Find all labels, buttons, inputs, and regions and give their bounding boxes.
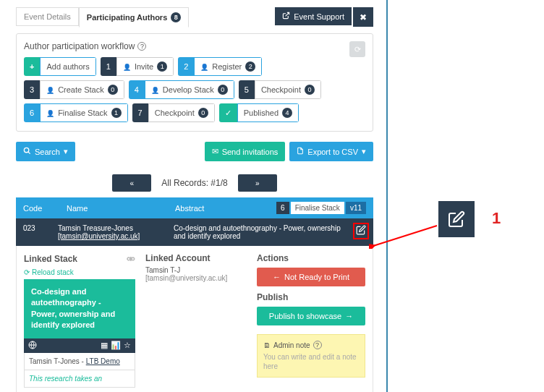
note-icon: 🗎 xyxy=(263,341,271,349)
svg-point-1 xyxy=(24,148,28,152)
workflow-panel: ⟳ Author participation workflow ? + Add … xyxy=(16,33,373,132)
user-icon xyxy=(46,109,54,117)
svg-line-0 xyxy=(286,12,289,16)
workflow-published[interactable]: ✓ Published4 xyxy=(219,103,299,122)
admin-note-label: Admin note xyxy=(273,341,310,349)
linked-account-name: Tamsin T-J xyxy=(145,266,247,274)
help-icon[interactable]: ? xyxy=(137,42,146,51)
globe-icon xyxy=(28,341,37,351)
tab-event-details[interactable]: Event Details xyxy=(16,7,79,26)
workflow-step-finalise-stack[interactable]: 6 Finalise Stack1 xyxy=(24,103,128,122)
stage-indicator: 6 Finalise Stack v11 xyxy=(276,202,366,214)
mail-icon: ✉ xyxy=(212,147,218,156)
send-invitations-button[interactable]: ✉ Send invitations xyxy=(205,142,286,161)
search-button[interactable]: Search ▾ xyxy=(16,142,75,161)
col-abstract: Abstract xyxy=(175,204,276,213)
linked-account-email: [tamsin@university.ac.uk] xyxy=(145,274,247,282)
cell-abstract: Co-design and autoethnography - Power, o… xyxy=(174,224,366,240)
col-name: Name xyxy=(67,204,175,213)
help-icon[interactable]: ? xyxy=(313,341,322,349)
workflow-step-register[interactable]: 2 Register2 xyxy=(178,57,262,76)
stack-description: This research takes an xyxy=(24,370,135,388)
star-icon[interactable]: ☆ xyxy=(124,341,131,350)
actions-heading: Actions xyxy=(257,253,365,263)
chevron-left-icon: « xyxy=(130,179,135,187)
right-border xyxy=(386,0,388,392)
admin-note-placeholder: You can write and edit a note here xyxy=(263,352,359,371)
tab-label: Participating Authors xyxy=(87,13,167,22)
qr-icon[interactable]: ▦ xyxy=(101,341,108,350)
edit-highlight-box xyxy=(353,223,369,239)
tab-participating-authors[interactable]: Participating Authors 8 xyxy=(79,7,189,27)
file-icon xyxy=(297,147,304,156)
stack-footer: ▦ 📊 ☆ xyxy=(24,338,135,353)
refresh-workflow-button[interactable]: ⟳ xyxy=(349,41,365,57)
annotation-edit-icon xyxy=(438,201,475,237)
workflow-step-develop-stack[interactable]: 4 Develop Stack0 xyxy=(129,80,234,99)
publish-showcase-button[interactable]: Publish to showcase → xyxy=(257,307,365,325)
stats-icon[interactable]: 📊 xyxy=(111,341,121,350)
svg-line-2 xyxy=(28,152,30,154)
table-row: 023 Tamsin Treasure-Jones [tamsin@univer… xyxy=(16,218,373,246)
reload-stack-button[interactable]: ⟳ Reload stack xyxy=(24,268,74,276)
workflow-step-invite[interactable]: 1 Invite1 xyxy=(101,57,174,76)
admin-note-box[interactable]: 🗎 Admin note ? You can write and edit a … xyxy=(257,334,365,378)
workflow-step-checkpoint-2[interactable]: 7 Checkpoint0 xyxy=(132,103,215,122)
linked-account-heading: Linked Account xyxy=(145,253,247,263)
not-ready-button[interactable]: ← Not Ready to Print xyxy=(257,268,365,286)
pager-next-button[interactable]: » xyxy=(238,174,277,192)
publish-heading: Publish xyxy=(257,292,365,302)
refresh-icon: ⟳ xyxy=(24,268,30,276)
arrow-right-icon: → xyxy=(345,312,353,320)
event-support-label: Event Support xyxy=(294,12,344,21)
user-icon xyxy=(123,63,131,71)
workflow-title: Author participation workflow xyxy=(24,41,135,51)
caret-down-icon: ▾ xyxy=(362,147,366,156)
annotation-number: 1 xyxy=(492,209,501,228)
external-link-icon xyxy=(282,12,290,21)
event-support-button[interactable]: Event Support xyxy=(275,7,352,25)
refresh-icon: ⟳ xyxy=(354,45,361,54)
unlink-icon[interactable]: ⚮ xyxy=(127,253,135,265)
workflow-step-create-stack[interactable]: 3 Create Stack0 xyxy=(24,80,124,99)
cell-email-link[interactable]: [tamsin@university.ac.uk] xyxy=(58,232,140,240)
user-icon xyxy=(46,86,54,94)
add-authors-pill[interactable]: + Add authors xyxy=(24,57,96,76)
edit-icon xyxy=(356,227,366,237)
close-icon: ✖ xyxy=(360,12,367,22)
edit-row-button[interactable] xyxy=(356,225,366,237)
check-icon: ✓ xyxy=(219,103,237,122)
stack-author-name: Tamsin T-Jones xyxy=(29,357,80,365)
pager-label: All Records: #1/8 xyxy=(161,178,227,188)
add-authors-label: Add authors xyxy=(40,57,95,76)
cell-name: Tamsin Treasure-Jones xyxy=(58,224,174,232)
user-icon xyxy=(200,63,208,71)
pager-prev-button[interactable]: « xyxy=(112,174,151,192)
col-code: Code xyxy=(23,204,67,213)
stack-org-link[interactable]: LTB Demo xyxy=(86,357,120,365)
chevron-right-icon: » xyxy=(255,179,260,187)
export-csv-button[interactable]: Export to CSV ▾ xyxy=(289,142,373,161)
cell-code: 023 xyxy=(23,224,58,232)
plus-icon: + xyxy=(24,57,40,76)
linked-stack-heading: Linked Stack xyxy=(24,254,77,264)
close-button[interactable]: ✖ xyxy=(353,7,373,27)
arrow-left-icon: ← xyxy=(273,273,281,281)
tab-count-badge: 8 xyxy=(171,12,181,22)
grid-header: Code Name Abstract 6 Finalise Stack v11 xyxy=(16,197,373,218)
stack-card[interactable]: Co-design and autoethnography - Power, o… xyxy=(24,279,135,338)
user-icon xyxy=(151,86,159,94)
caret-down-icon: ▾ xyxy=(64,147,68,156)
search-icon xyxy=(23,147,31,156)
workflow-step-checkpoint-1[interactable]: 5 Checkpoint0 xyxy=(239,80,321,99)
